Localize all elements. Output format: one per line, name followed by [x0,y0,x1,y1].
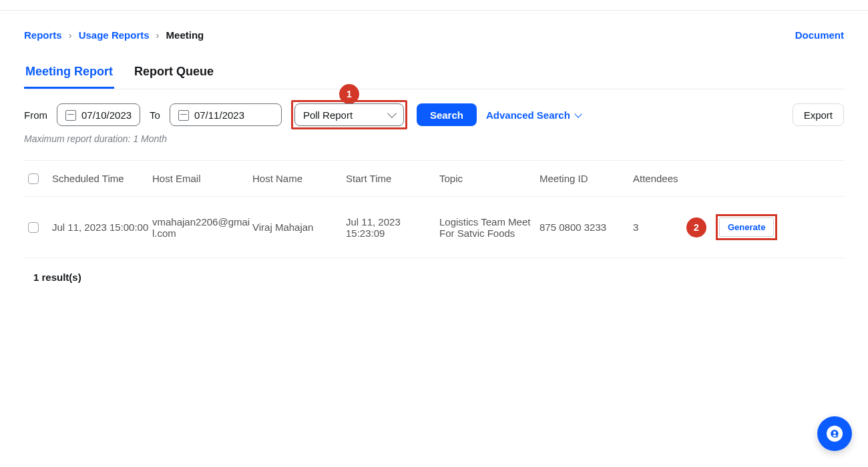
report-type-select[interactable]: Poll Report [294,103,404,126]
breadcrumb-link-reports[interactable]: Reports [24,29,62,41]
calendar-icon [65,109,76,120]
cell-attendees: 3 [633,221,686,233]
cell-host-name: Viraj Mahajan [252,221,346,233]
report-type-value: Poll Report [303,109,353,121]
breadcrumb: Reports › Usage Reports › Meeting [24,29,204,41]
breadcrumb-separator: › [156,29,160,41]
cell-topic: Logistics Team Meet For Satvic Foods [439,216,539,239]
top-border [0,0,868,11]
tab-meeting-report[interactable]: Meeting Report [24,58,114,89]
select-all-checkbox[interactable] [28,173,39,184]
tabs: Meeting Report Report Queue [24,58,844,89]
table-header-row: Scheduled Time Host Email Host Name Star… [24,160,844,197]
annotation-badge-2: 2 [686,217,706,238]
col-topic: Topic [439,173,539,184]
generate-button[interactable]: Generate [719,217,774,237]
to-label: To [150,109,160,121]
annotation-highlight-1: Poll Report [291,100,407,129]
date-to-input[interactable]: 07/11/2023 [170,103,282,126]
table-row: Jul 11, 2023 15:00:00 vmahajan2206@gmail… [24,197,844,258]
from-label: From [24,109,47,121]
tab-report-queue[interactable]: Report Queue [133,58,215,89]
calendar-icon [178,109,189,120]
breadcrumb-current: Meeting [166,29,204,41]
cell-start-time: Jul 11, 2023 15:23:09 [346,216,439,239]
col-scheduled-time: Scheduled Time [52,173,152,184]
results-table: Scheduled Time Host Email Host Name Star… [24,160,844,258]
duration-hint: Maximum report duration: 1 Month [24,133,844,144]
date-to-value: 07/11/2023 [194,109,244,121]
export-button[interactable]: Export [793,103,844,126]
result-count: 1 result(s) [24,258,844,296]
cell-meeting-id: 875 0800 3233 [539,221,633,233]
breadcrumb-link-usage-reports[interactable]: Usage Reports [79,29,150,41]
breadcrumb-separator: › [69,29,72,41]
date-from-input[interactable]: 07/10/2023 [57,103,140,126]
cell-host-email: vmahajan2206@gmail.com [152,216,252,239]
advanced-search-toggle[interactable]: Advanced Search [486,109,581,121]
advanced-search-label: Advanced Search [486,109,570,121]
col-start-time: Start Time [346,173,439,184]
cell-scheduled-time: Jul 11, 2023 15:00:00 [52,221,152,233]
document-link[interactable]: Document [795,29,844,41]
col-host-name: Host Name [252,173,346,184]
chevron-down-icon [574,110,582,117]
row-checkbox[interactable] [28,222,39,233]
col-host-email: Host Email [152,173,252,184]
search-button[interactable]: Search [417,103,477,126]
col-attendees: Attendees [633,173,686,184]
annotation-highlight-2: Generate [716,214,777,240]
chevron-down-icon [387,109,397,118]
col-meeting-id: Meeting ID [539,173,633,184]
date-from-value: 07/10/2023 [81,109,132,121]
